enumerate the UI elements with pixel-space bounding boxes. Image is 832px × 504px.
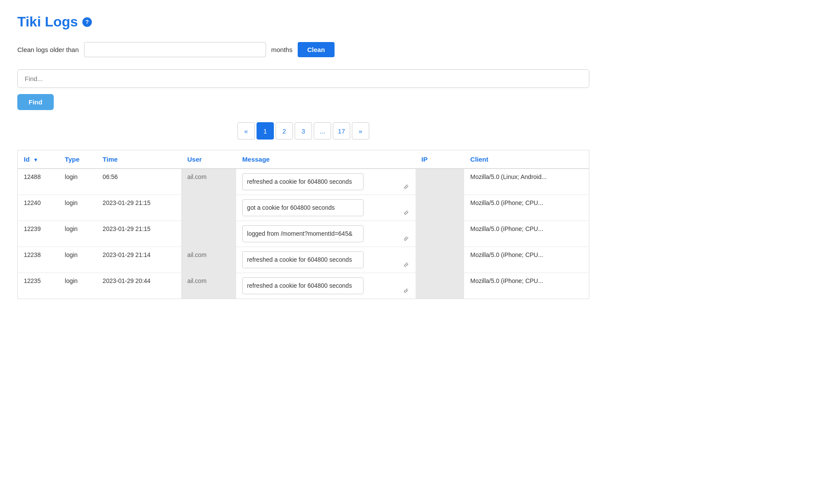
clean-section: Clean logs older than months Clean — [17, 42, 589, 57]
page-title: Tiki Logs ? — [17, 14, 589, 30]
cell-id: 12235 — [18, 273, 59, 299]
clean-months-input[interactable] — [84, 42, 266, 57]
cell-user: ail.com — [181, 169, 236, 195]
cell-message: refreshed a cookie for 604800 seconds — [236, 273, 415, 299]
cell-id: 12239 — [18, 221, 59, 247]
resize-handle[interactable] — [404, 263, 408, 267]
find-input[interactable] — [17, 69, 589, 88]
cell-id: 12240 — [18, 195, 59, 221]
pagination-page-3[interactable]: 3 — [295, 122, 312, 140]
cell-client: Mozilla/5.0 (Linux; Android... — [464, 169, 589, 195]
col-header-id[interactable]: Id ▼ — [18, 150, 59, 169]
cell-client: Mozilla/5.0 (iPhone; CPU... — [464, 247, 589, 273]
resize-handle[interactable] — [404, 211, 408, 215]
clean-label: Clean logs older than — [17, 46, 79, 53]
cell-message: got a cookie for 604800 seconds — [236, 195, 415, 221]
cell-type: login — [59, 247, 97, 273]
clean-button[interactable]: Clean — [298, 42, 335, 57]
table-row: 12488 login 06:56 ail.com refreshed a co… — [18, 169, 589, 195]
resize-handle[interactable] — [404, 185, 408, 189]
table-row: 12239 login 2023-01-29 21:15 logged from… — [18, 221, 589, 247]
message-box: refreshed a cookie for 604800 seconds — [242, 277, 364, 294]
resize-handle[interactable] — [404, 237, 408, 241]
cell-ip — [416, 169, 465, 195]
cell-message: refreshed a cookie for 604800 seconds — [236, 169, 415, 195]
cell-message: refreshed a cookie for 604800 seconds — [236, 247, 415, 273]
table-row: 12235 login 2023-01-29 20:44 ail.com ref… — [18, 273, 589, 299]
cell-type: login — [59, 195, 97, 221]
cell-user: ail.com — [181, 273, 236, 299]
col-header-message[interactable]: Message — [236, 150, 415, 169]
pagination-ellipsis: ... — [314, 122, 331, 140]
cell-user: ail.com — [181, 247, 236, 273]
title-text: Tiki Logs — [17, 14, 78, 30]
pagination-page-1[interactable]: 1 — [257, 122, 274, 140]
cell-user — [181, 221, 236, 247]
find-button[interactable]: Find — [17, 94, 54, 110]
col-header-time[interactable]: Time — [97, 150, 181, 169]
pagination-page-2[interactable]: 2 — [276, 122, 293, 140]
cell-ip — [416, 273, 465, 299]
cell-ip — [416, 195, 465, 221]
cell-type: login — [59, 273, 97, 299]
col-header-ip[interactable]: IP — [416, 150, 465, 169]
cell-client: Mozilla/5.0 (iPhone; CPU... — [464, 273, 589, 299]
pagination-page-17[interactable]: 17 — [333, 122, 350, 140]
cell-time: 2023-01-29 21:14 — [97, 247, 181, 273]
cell-time: 2023-01-29 20:44 — [97, 273, 181, 299]
table-row: 12240 login 2023-01-29 21:15 got a cooki… — [18, 195, 589, 221]
pagination-next[interactable]: » — [352, 122, 369, 140]
cell-time: 2023-01-29 21:15 — [97, 195, 181, 221]
col-header-type[interactable]: Type — [59, 150, 97, 169]
pagination-prev[interactable]: « — [237, 122, 255, 140]
message-box: got a cookie for 604800 seconds — [242, 199, 364, 216]
cell-ip — [416, 247, 465, 273]
sort-icon-id: ▼ — [33, 157, 39, 163]
message-box: refreshed a cookie for 604800 seconds — [242, 251, 364, 268]
cell-time: 06:56 — [97, 169, 181, 195]
pagination: « 1 2 3 ... 17 » — [17, 122, 589, 140]
col-header-user[interactable]: User — [181, 150, 236, 169]
message-box: refreshed a cookie for 604800 seconds — [242, 173, 364, 190]
cell-time: 2023-01-29 21:15 — [97, 221, 181, 247]
cell-id: 12488 — [18, 169, 59, 195]
months-label: months — [271, 46, 292, 53]
cell-client: Mozilla/5.0 (iPhone; CPU... — [464, 195, 589, 221]
cell-user — [181, 195, 236, 221]
cell-type: login — [59, 221, 97, 247]
table-row: 12238 login 2023-01-29 21:14 ail.com ref… — [18, 247, 589, 273]
cell-client: Mozilla/5.0 (iPhone; CPU... — [464, 221, 589, 247]
log-table: Id ▼ Type Time User Message IP — [17, 150, 589, 299]
cell-ip — [416, 221, 465, 247]
cell-message: logged from /moment?momentId=645& — [236, 221, 415, 247]
message-box: logged from /moment?momentId=645& — [242, 225, 364, 242]
table-header-row: Id ▼ Type Time User Message IP — [18, 150, 589, 169]
help-icon[interactable]: ? — [82, 17, 92, 27]
resize-handle[interactable] — [404, 289, 408, 293]
cell-id: 12238 — [18, 247, 59, 273]
col-header-client[interactable]: Client — [464, 150, 589, 169]
cell-type: login — [59, 169, 97, 195]
